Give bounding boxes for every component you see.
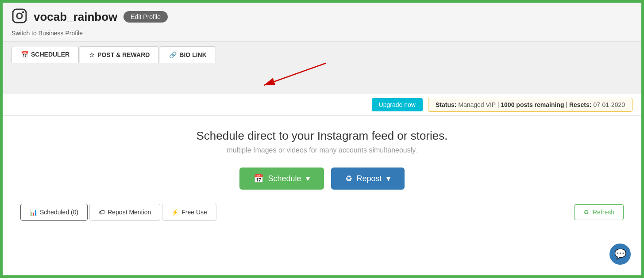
upgrade-button[interactable]: Upgrade now — [372, 98, 423, 111]
tab-post-reward[interactable]: ☆ POST & REWARD — [80, 46, 159, 63]
resets-label: Resets: — [569, 101, 592, 108]
scheduler-icon: 📅 — [21, 51, 28, 58]
repost-button[interactable]: ♻ Repost ▾ — [331, 168, 405, 190]
resets-date: 07-01-2020 — [593, 101, 625, 108]
schedule-dropdown-icon: ▾ — [306, 174, 310, 183]
chat-icon: 💬 — [614, 248, 626, 260]
star-icon: ☆ — [89, 51, 95, 58]
svg-point-2 — [22, 11, 24, 14]
status-bar: Upgrade now Status: Managed VIP | 1000 p… — [3, 94, 641, 116]
bar-chart-icon: 📊 — [30, 209, 37, 216]
tab-scheduler-label: SCHEDULER — [31, 51, 69, 58]
profile-name: vocab_rainbow — [34, 10, 117, 24]
status-value: Managed VIP — [458, 101, 496, 108]
tab-repost-mention[interactable]: 🏷 Repost Mention — [89, 204, 160, 221]
tab-bio-link-label: BIO LINK — [179, 51, 206, 58]
switch-to-business-link[interactable]: Switch to Business Profile — [12, 30, 83, 37]
edit-profile-button[interactable]: Edit Profile — [123, 11, 168, 23]
bolt-icon: ⚡ — [171, 209, 179, 216]
repost-label: Repost — [357, 174, 382, 183]
tab-free-use[interactable]: ⚡ Free Use — [162, 204, 216, 221]
posts-remaining: 1000 posts remaining — [501, 101, 564, 108]
tab-repost-mention-label: Repost Mention — [108, 209, 151, 216]
schedule-button[interactable]: 📅 Schedule ▾ — [239, 168, 324, 190]
red-arrow-svg — [206, 59, 383, 90]
svg-point-1 — [17, 13, 22, 19]
svg-rect-0 — [13, 9, 26, 23]
tab-scheduled-label: Scheduled (0) — [40, 209, 78, 216]
action-buttons: 📅 Schedule ▾ ♻ Repost ▾ — [239, 168, 404, 190]
tab-scheduled[interactable]: 📊 Scheduled (0) — [20, 204, 88, 221]
schedule-calendar-icon: 📅 — [254, 174, 263, 183]
link-icon: 🔗 — [169, 51, 177, 58]
schedule-label: Schedule — [268, 174, 301, 183]
main-headline: Schedule direct to your Instagram feed o… — [197, 129, 448, 143]
arrow-annotation — [3, 63, 641, 94]
chat-bubble[interactable]: 💬 — [609, 244, 631, 265]
repost-recycle-icon: ♻ — [345, 174, 352, 183]
main-content: Schedule direct to your Instagram feed o… — [3, 116, 641, 275]
refresh-label: Refresh — [593, 209, 614, 216]
svg-line-4 — [264, 63, 326, 85]
bottom-tabs-row: 📊 Scheduled (0) 🏷 Repost Mention ⚡ Free … — [12, 204, 632, 221]
status-info-box: Status: Managed VIP | 1000 posts remaini… — [428, 98, 632, 112]
refresh-button[interactable]: ♻ Refresh — [574, 204, 624, 220]
refresh-icon: ♻ — [583, 209, 589, 216]
tab-scheduler[interactable]: 📅 SCHEDULER — [12, 46, 79, 63]
repost-dropdown-icon: ▾ — [386, 174, 390, 183]
tab-post-reward-label: POST & REWARD — [97, 51, 150, 58]
tag-icon: 🏷 — [99, 209, 105, 216]
instagram-icon — [12, 8, 27, 26]
status-label: Status: — [436, 101, 456, 108]
main-subheadline: multiple Images or videos for many accou… — [227, 146, 417, 154]
status-separator2: | — [566, 101, 569, 108]
tab-free-use-label: Free Use — [181, 209, 207, 216]
